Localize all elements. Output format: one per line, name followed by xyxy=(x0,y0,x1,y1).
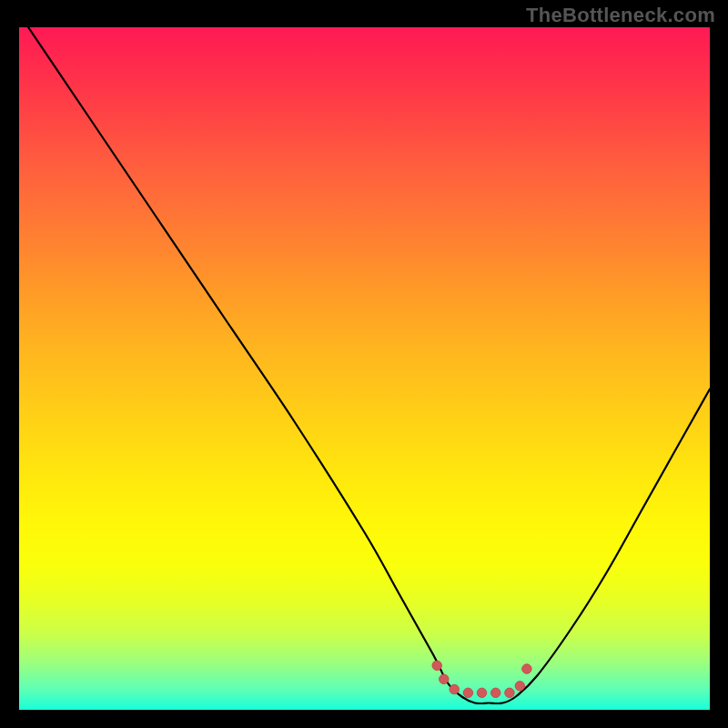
optimal-marker xyxy=(440,674,449,683)
curve-svg xyxy=(19,27,710,710)
optimal-marker xyxy=(450,684,459,693)
bottleneck-curve xyxy=(19,27,710,703)
optimal-marker xyxy=(505,688,514,697)
optimal-marker xyxy=(515,682,524,691)
attribution-text: TheBottleneck.com xyxy=(526,4,715,27)
optimal-marker xyxy=(463,688,472,697)
plot-area xyxy=(19,27,710,710)
optimal-marker xyxy=(477,688,486,697)
optimal-marker xyxy=(522,664,531,673)
optimal-marker xyxy=(432,661,441,670)
optimal-range-markers xyxy=(432,661,531,697)
optimal-marker xyxy=(491,688,500,697)
